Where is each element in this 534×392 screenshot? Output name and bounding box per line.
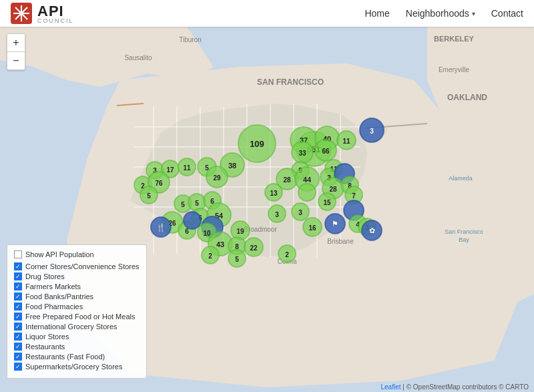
zoom-controls: + −	[7, 33, 25, 70]
legend-checkbox[interactable]	[14, 363, 22, 371]
legend-item-label: Supermarkets/Grocery Stores	[25, 363, 123, 371]
svg-text:5: 5	[195, 200, 199, 207]
legend-item-label: International Grocery Stores	[25, 323, 117, 331]
svg-text:29: 29	[213, 174, 221, 182]
svg-text:Emeryville: Emeryville	[439, 66, 470, 73]
logo-sub: COUNCIL	[37, 17, 74, 24]
legend-item-label: Restaurants (Fast Food)	[25, 353, 105, 361]
legend-checkbox[interactable]	[14, 343, 22, 351]
map-background: SAN FRANCISCO Tiburon Sausalito BERKELEY…	[0, 27, 534, 392]
svg-text:⚑: ⚑	[332, 220, 338, 228]
svg-point-5	[19, 11, 23, 15]
legend-checkbox[interactable]	[14, 303, 22, 311]
map-container[interactable]: SAN FRANCISCO Tiburon Sausalito BERKELEY…	[0, 27, 534, 392]
attribution-text: | © OpenStreetMap contributors © CARTO	[403, 383, 529, 391]
legend-checkbox[interactable]	[14, 282, 22, 290]
svg-text:76: 76	[155, 180, 163, 187]
legend-item: Corner Stores/Convenience Stores	[14, 262, 140, 270]
svg-text:SAN FRANCISCO: SAN FRANCISCO	[257, 77, 324, 87]
nav-home[interactable]: Home	[364, 8, 389, 19]
legend-item: Farmers Markets	[14, 282, 140, 290]
svg-text:Tiburon: Tiburon	[179, 36, 202, 43]
header: API COUNCIL Home Neighborhoods ▾ Contact	[0, 0, 534, 27]
svg-text:BERKELEY: BERKELEY	[434, 35, 475, 43]
svg-text:3: 3	[370, 128, 374, 135]
legend-item-label: Drug Stores	[25, 272, 65, 280]
svg-text:33: 33	[298, 150, 306, 157]
legend-item-label: Restaurants	[25, 343, 65, 351]
nav: Home Neighborhoods ▾ Contact	[364, 8, 523, 19]
svg-text:3: 3	[275, 211, 279, 218]
logo-area: API COUNCIL	[11, 3, 74, 24]
svg-text:66: 66	[322, 148, 330, 155]
svg-text:10: 10	[203, 230, 211, 237]
svg-text:2: 2	[285, 251, 289, 258]
svg-text:5: 5	[181, 201, 185, 208]
legend-checkbox[interactable]	[14, 333, 22, 341]
api-population-label: Show API Population	[25, 250, 94, 258]
legend: Show API Population Corner Stores/Conven…	[7, 244, 147, 379]
legend-item-label: Food Banks/Pantries	[25, 292, 93, 301]
legend-items: Corner Stores/Convenience StoresDrug Sto…	[14, 262, 140, 371]
legend-item-label: Food Pharmacies	[25, 303, 83, 311]
svg-text:44: 44	[303, 176, 312, 184]
svg-text:7: 7	[352, 192, 356, 200]
svg-text:38: 38	[228, 162, 236, 170]
svg-text:3: 3	[298, 209, 302, 216]
svg-text:28: 28	[329, 186, 337, 193]
api-population-checkbox[interactable]	[14, 250, 22, 258]
svg-text:Sausalito: Sausalito	[124, 54, 152, 61]
legend-checkbox[interactable]	[14, 323, 22, 331]
svg-text:OAKLAND: OAKLAND	[447, 93, 487, 102]
svg-text:19: 19	[236, 228, 244, 235]
legend-item-label: Corner Stores/Convenience Stores	[25, 262, 140, 270]
svg-text:13: 13	[270, 190, 278, 197]
svg-text:15: 15	[323, 199, 331, 206]
nav-neighborhoods-arrow: ▾	[472, 10, 475, 17]
nav-neighborhoods-label: Neighborhoods	[406, 8, 469, 19]
svg-text:San Francisco: San Francisco	[445, 228, 483, 235]
legend-item: Restaurants (Fast Food)	[14, 353, 140, 361]
legend-item: Drug Stores	[14, 272, 140, 280]
api-council-logo-icon	[11, 3, 32, 24]
svg-text:28: 28	[283, 176, 291, 184]
legend-checkbox[interactable]	[14, 262, 22, 270]
zoom-out-button[interactable]: −	[7, 52, 25, 69]
legend-checkbox[interactable]	[14, 313, 22, 321]
svg-text:11: 11	[183, 164, 191, 172]
svg-text:109: 109	[250, 139, 264, 149]
svg-text:🍴: 🍴	[156, 222, 166, 232]
svg-text:16: 16	[308, 224, 316, 232]
legend-checkbox[interactable]	[14, 272, 22, 280]
nav-contact[interactable]: Contact	[491, 8, 523, 19]
legend-api-row: Show API Population	[14, 250, 140, 258]
legend-item: Free Prepared Food or Hot Meals	[14, 313, 140, 321]
legend-item: International Grocery Stores	[14, 323, 140, 331]
svg-text:43: 43	[216, 240, 224, 248]
legend-item-label: Farmers Markets	[25, 282, 81, 290]
legend-checkbox[interactable]	[14, 353, 22, 361]
legend-item: Food Pharmacies	[14, 303, 140, 311]
svg-text:11: 11	[342, 138, 350, 145]
leaflet-link[interactable]: Leaflet	[380, 383, 400, 391]
svg-text:Brisbane: Brisbane	[327, 238, 354, 245]
map-attribution: Leaflet | © OpenStreetMap contributors ©…	[380, 383, 529, 391]
svg-text:Bay: Bay	[459, 236, 469, 243]
svg-text:Alameda: Alameda	[449, 175, 473, 182]
svg-text:✿: ✿	[369, 226, 375, 234]
legend-checkbox[interactable]	[14, 292, 22, 301]
svg-text:5: 5	[235, 256, 239, 263]
zoom-in-button[interactable]: +	[7, 34, 25, 51]
svg-text:17: 17	[166, 166, 174, 174]
nav-neighborhoods[interactable]: Neighborhoods ▾	[406, 8, 475, 19]
svg-text:22: 22	[250, 244, 258, 252]
legend-item: Liquor Stores	[14, 333, 140, 341]
legend-item-label: Liquor Stores	[25, 333, 69, 341]
legend-item-label: Free Prepared Food or Hot Meals	[25, 313, 135, 321]
legend-item: Supermarkets/Grocery Stores	[14, 363, 140, 371]
svg-point-144	[184, 212, 201, 229]
legend-item: Food Banks/Pantries	[14, 292, 140, 301]
svg-text:5: 5	[147, 192, 151, 200]
svg-text:2: 2	[208, 252, 212, 260]
legend-item: Restaurants	[14, 343, 140, 351]
